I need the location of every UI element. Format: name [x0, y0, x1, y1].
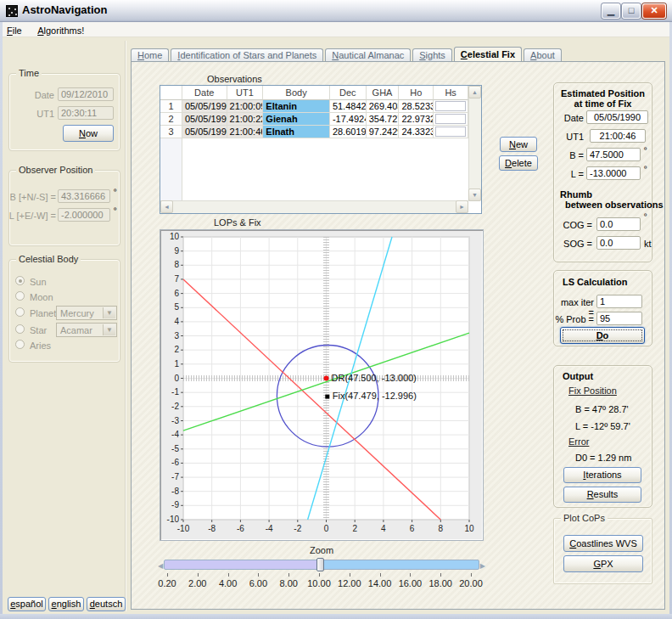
- lang-english-button[interactable]: english: [48, 597, 84, 611]
- svg-text:10: 10: [170, 232, 180, 241]
- lang-deutsch-button[interactable]: deutsch: [87, 597, 126, 611]
- gpx-button[interactable]: GPX: [563, 555, 643, 572]
- cell-body[interactable]: Gienah: [263, 113, 330, 126]
- cell-ut1[interactable]: 21:00:22: [227, 113, 264, 126]
- sog-label: SOG =: [560, 239, 592, 249]
- cell-gha[interactable]: 269.4037: [367, 100, 400, 113]
- cell-rownum[interactable]: 2: [160, 113, 182, 126]
- lang-espanol-button[interactable]: español: [8, 597, 46, 611]
- minimize-button[interactable]: ▁: [602, 3, 620, 19]
- horizontal-scrollbar[interactable]: ◄ ►: [160, 200, 468, 213]
- planet-label: Planet: [30, 308, 56, 318]
- cell-rownum[interactable]: 1: [160, 100, 182, 113]
- max-iter-field[interactable]: 1: [596, 295, 642, 308]
- results-button[interactable]: Results: [563, 487, 641, 503]
- est-l-label: L =: [560, 169, 584, 179]
- sog-field[interactable]: 0.0: [596, 236, 641, 250]
- svg-text:-1: -1: [171, 387, 179, 397]
- planet-dropdown: Mercury ▼: [56, 306, 117, 320]
- svg-text:8: 8: [439, 524, 444, 533]
- cell-date[interactable]: 05/05/1990: [182, 113, 227, 126]
- menu-file[interactable]: File: [1, 24, 28, 36]
- tab-nautical-almanac[interactable]: Nautical Almanac: [325, 48, 411, 61]
- cell-ut1[interactable]: 21:00:46: [227, 126, 264, 138]
- zoom-slider[interactable]: ◀ ▶ 0.202.004.006.008.0010.0012.0014.001…: [164, 557, 479, 591]
- slider-left-arrow-icon[interactable]: ◀: [158, 562, 163, 570]
- lops-fix-chart[interactable]: DR(47.500, -13.000)Fix(47.479, -12.996)1…: [160, 229, 484, 541]
- cell-hs[interactable]: [434, 100, 468, 113]
- delete-button[interactable]: Delete: [499, 155, 538, 171]
- menu-algorithms[interactable]: Algorithms!: [31, 24, 90, 36]
- scroll-right-icon[interactable]: ►: [456, 200, 468, 213]
- slider-tick: [350, 573, 350, 577]
- l-label: L [+E/-W] =: [3, 211, 56, 221]
- maximize-button[interactable]: □: [622, 3, 641, 19]
- star-dropdown: Acamar ▼: [56, 323, 117, 337]
- tab-about[interactable]: About: [524, 48, 562, 61]
- cell-dec[interactable]: 51.4842: [330, 100, 367, 113]
- tab-identification-of-stars-and-planets[interactable]: Identification of Stars and Planets: [171, 48, 323, 61]
- svg-text:-3: -3: [171, 416, 179, 425]
- title-bar: AstroNavigation ▁ □ ✕: [0, 0, 672, 22]
- do-button[interactable]: Do: [560, 327, 645, 344]
- cell-ho[interactable]: 24.3323: [399, 126, 434, 138]
- fix-l-value: L = -12º 59.7': [575, 421, 630, 431]
- slider-tick: [228, 573, 229, 577]
- window-border-bottom: [0, 614, 672, 619]
- cell-hs[interactable]: [434, 113, 468, 126]
- coastlines-wvs-button[interactable]: Coastlines WVS: [563, 535, 643, 552]
- now-button[interactable]: Now: [63, 125, 114, 142]
- column-header-GHA: GHA: [367, 86, 400, 100]
- cell-gha[interactable]: 354.7275: [367, 113, 400, 126]
- scroll-left-icon[interactable]: ◄: [160, 200, 173, 213]
- cell-body[interactable]: Elnath: [263, 126, 330, 138]
- scroll-down-icon[interactable]: ▼: [468, 189, 481, 201]
- slider-tick-label: 12.00: [333, 578, 367, 588]
- aries-radio: [15, 340, 25, 349]
- slider-tick-label: 2.00: [181, 578, 215, 588]
- close-button[interactable]: ✕: [642, 3, 666, 19]
- svg-text:8: 8: [174, 260, 179, 269]
- scroll-up-icon[interactable]: ▲: [468, 86, 481, 98]
- zoom-label: Zoom: [164, 545, 479, 555]
- tab-strip: HomeIdentification of Stars and PlanetsN…: [131, 47, 563, 61]
- cell-ut1[interactable]: 21:00:09: [227, 100, 264, 113]
- cell-ho[interactable]: 28.5233: [399, 100, 434, 113]
- date-label: Date: [10, 90, 54, 100]
- moon-radio: [15, 291, 25, 301]
- tab-home[interactable]: Home: [131, 48, 169, 61]
- cell-ho[interactable]: 22.9732: [399, 113, 434, 126]
- est-ut1-field[interactable]: 21:00:46: [590, 129, 646, 143]
- prob-field[interactable]: 95: [596, 312, 642, 325]
- slider-tick: [288, 573, 289, 577]
- slider-right-arrow-icon[interactable]: ▶: [480, 562, 485, 570]
- column-header-Ho: Ho: [399, 86, 434, 100]
- cell-dec[interactable]: 28.6019: [330, 126, 367, 138]
- cell-hs[interactable]: [434, 126, 468, 138]
- cell-date[interactable]: 05/05/1990: [182, 100, 227, 113]
- cell-body[interactable]: Eltanin: [263, 100, 330, 113]
- left-panel-divider: [125, 41, 126, 611]
- zoom-slider-thumb[interactable]: [316, 558, 324, 571]
- tab-celestial-fix[interactable]: Celestial Fix: [454, 47, 522, 61]
- cell-date[interactable]: 05/05/1990: [182, 126, 227, 138]
- est-l-field[interactable]: -13.0000: [586, 166, 641, 180]
- chart-title: LOPs & Fix: [214, 217, 261, 228]
- new-button[interactable]: New: [500, 137, 537, 152]
- cog-field[interactable]: 0.0: [596, 217, 641, 231]
- cell-rownum[interactable]: 3: [160, 126, 182, 138]
- slider-tick: [319, 573, 320, 577]
- est-b-field[interactable]: 47.5000: [586, 148, 641, 161]
- slider-tick-label: 4.00: [211, 578, 245, 588]
- table-empty-area: [160, 138, 468, 201]
- tab-sights[interactable]: Sights: [412, 48, 452, 61]
- observations-table: DateUT1BodyDecGHAHoHs105/05/199021:00:09…: [160, 85, 482, 214]
- cell-gha[interactable]: 97.2429: [367, 126, 400, 138]
- app-icon: [6, 5, 18, 17]
- vertical-scrollbar[interactable]: ▲ ▼: [468, 86, 481, 201]
- est-date-field[interactable]: 05/05/1990: [586, 110, 648, 124]
- iterations-button[interactable]: Iterations: [563, 467, 641, 483]
- svg-text:7: 7: [174, 274, 179, 284]
- cell-dec[interactable]: -17.4924: [330, 113, 367, 126]
- slider-tick: [380, 573, 381, 577]
